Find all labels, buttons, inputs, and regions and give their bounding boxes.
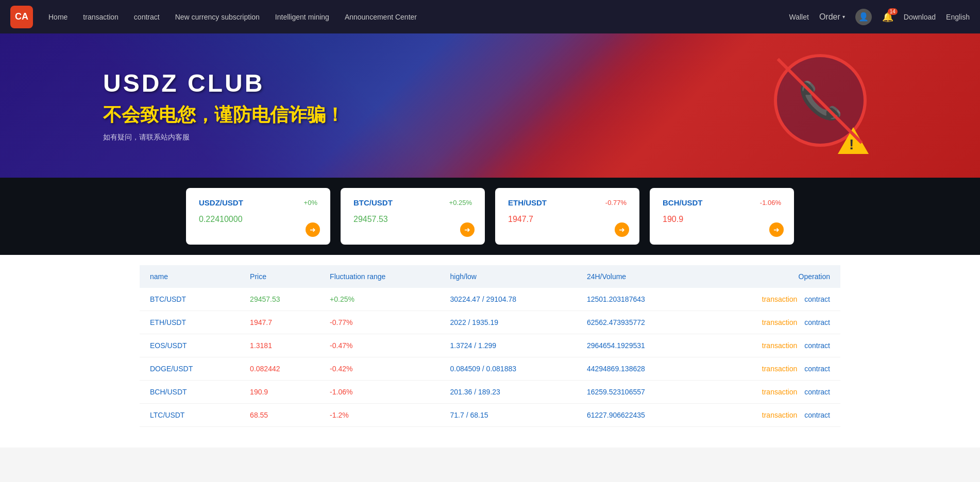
cell-volume: 2964654.1929531 bbox=[577, 334, 701, 357]
ticker-cards: USDZ/USDT +0% 0.22410000 ➜ BTC/USDT +0.2… bbox=[129, 188, 851, 245]
table-row: LTC/USDT 68.55 -1.2% 71.7 / 68.15 61227.… bbox=[140, 404, 840, 427]
cell-pair: DOGE/USDT bbox=[140, 357, 240, 381]
market-data-table: name Price Fluctuation range high/low 24… bbox=[140, 265, 840, 427]
ticker-change: -0.77% bbox=[605, 199, 627, 206]
ticker-card-1: BTC/USDT +0.25% 29457.53 ➜ bbox=[341, 188, 485, 245]
nav-contract[interactable]: contract bbox=[134, 13, 160, 21]
transaction-link[interactable]: transaction bbox=[762, 388, 797, 396]
banner-text: USDZ CLUB 不会致电您，谨防电信诈骗！ 如有疑问，请联系站内客服 bbox=[103, 69, 344, 142]
table-row: ETH/USDT 1947.7 -0.77% 2022 / 1935.19 62… bbox=[140, 311, 840, 334]
contract-link[interactable]: contract bbox=[804, 295, 830, 303]
col-operation: Operation bbox=[701, 265, 840, 288]
ticker-card-3: BCH/USDT -1.06% 190.9 ➜ bbox=[650, 188, 794, 245]
market-section: name Price Fluctuation range high/low 24… bbox=[0, 255, 980, 447]
cell-volume: 16259.523106557 bbox=[577, 381, 701, 404]
cell-volume: 12501.203187643 bbox=[577, 288, 701, 311]
ticker-change: +0.25% bbox=[449, 199, 472, 206]
cell-price: 29457.53 bbox=[240, 288, 319, 311]
warning-icon bbox=[838, 127, 869, 154]
cell-highlow: 30224.47 / 29104.78 bbox=[440, 288, 577, 311]
ticker-section: USDZ/USDT +0% 0.22410000 ➜ BTC/USDT +0.2… bbox=[0, 178, 980, 255]
contract-link[interactable]: contract bbox=[804, 318, 830, 326]
contract-link[interactable]: contract bbox=[804, 411, 830, 419]
ticker-pair: USDZ/USDT bbox=[199, 198, 243, 207]
cell-price: 190.9 bbox=[240, 381, 319, 404]
ticker-arrow-button[interactable]: ➜ bbox=[460, 222, 475, 237]
cell-highlow: 2022 / 1935.19 bbox=[440, 311, 577, 334]
download-link[interactable]: Download bbox=[904, 13, 936, 21]
ticker-card-header: USDZ/USDT +0% bbox=[199, 198, 317, 207]
nav-intelligent-mining[interactable]: Intelligent mining bbox=[275, 13, 329, 21]
ticker-price: 29457.53 bbox=[353, 215, 472, 224]
transaction-link[interactable]: transaction bbox=[762, 295, 797, 303]
no-phone-icon: 📞 bbox=[774, 54, 867, 147]
language-selector[interactable]: English bbox=[946, 13, 970, 21]
col-fluctuation: Fluctuation range bbox=[319, 265, 440, 288]
banner-description: 如有疑问，请联系站内客服 bbox=[103, 133, 344, 142]
banner-title: USDZ CLUB bbox=[103, 69, 344, 97]
ticker-pair: BTC/USDT bbox=[353, 198, 393, 207]
cell-change: -1.2% bbox=[319, 404, 440, 427]
ticker-arrow-button[interactable]: ➜ bbox=[306, 222, 320, 237]
ticker-arrow-button[interactable]: ➜ bbox=[615, 222, 629, 237]
notification-badge: 14 bbox=[888, 8, 898, 15]
table-row: DOGE/USDT 0.082442 -0.42% 0.084509 / 0.0… bbox=[140, 357, 840, 381]
ticker-price: 0.22410000 bbox=[199, 215, 317, 224]
notification-button[interactable]: 🔔 14 bbox=[882, 11, 893, 23]
cell-highlow: 201.36 / 189.23 bbox=[440, 381, 577, 404]
cell-operations: transaction contract bbox=[701, 404, 840, 427]
navbar: CA Home transaction contract New currenc… bbox=[0, 0, 980, 33]
cell-pair: EOS/USDT bbox=[140, 334, 240, 357]
transaction-link[interactable]: transaction bbox=[762, 365, 797, 373]
cell-operations: transaction contract bbox=[701, 334, 840, 357]
cell-pair: LTC/USDT bbox=[140, 404, 240, 427]
cell-operations: transaction contract bbox=[701, 288, 840, 311]
ticker-card-header: ETH/USDT -0.77% bbox=[508, 198, 627, 207]
contract-link[interactable]: contract bbox=[804, 341, 830, 350]
ticker-arrow-button[interactable]: ➜ bbox=[769, 222, 784, 237]
cell-operations: transaction contract bbox=[701, 381, 840, 404]
nav-new-currency[interactable]: New currency subscription bbox=[175, 13, 260, 21]
banner-image: 📞 bbox=[774, 54, 877, 157]
cell-change: -0.77% bbox=[319, 311, 440, 334]
wallet-link[interactable]: Wallet bbox=[789, 13, 809, 21]
market-table: name Price Fluctuation range high/low 24… bbox=[129, 265, 851, 427]
contract-link[interactable]: contract bbox=[804, 388, 830, 396]
col-price: Price bbox=[240, 265, 319, 288]
nav-home[interactable]: Home bbox=[48, 13, 67, 21]
order-dropdown[interactable]: Order ▾ bbox=[819, 12, 845, 22]
ticker-card-0: USDZ/USDT +0% 0.22410000 ➜ bbox=[186, 188, 330, 245]
ticker-price: 190.9 bbox=[663, 215, 781, 224]
logo[interactable]: CA bbox=[10, 6, 33, 28]
table-body: BTC/USDT 29457.53 +0.25% 30224.47 / 2910… bbox=[140, 288, 840, 427]
cell-volume: 61227.906622435 bbox=[577, 404, 701, 427]
nav-transaction[interactable]: transaction bbox=[83, 13, 118, 21]
cell-price: 1.3181 bbox=[240, 334, 319, 357]
cell-operations: transaction contract bbox=[701, 357, 840, 381]
col-volume: 24H/Volume bbox=[577, 265, 701, 288]
user-avatar[interactable]: 👤 bbox=[855, 9, 872, 25]
cell-change: +0.25% bbox=[319, 288, 440, 311]
cell-price: 68.55 bbox=[240, 404, 319, 427]
banner-diagonal bbox=[392, 33, 980, 178]
navbar-right: Wallet Order ▾ 👤 🔔 14 Download English bbox=[789, 9, 970, 25]
cell-price: 1947.7 bbox=[240, 311, 319, 334]
cell-change: -0.42% bbox=[319, 357, 440, 381]
ticker-card-2: ETH/USDT -0.77% 1947.7 ➜ bbox=[495, 188, 639, 245]
nav-announcement[interactable]: Announcement Center bbox=[345, 13, 417, 21]
cell-volume: 44294869.138628 bbox=[577, 357, 701, 381]
banner: USDZ CLUB 不会致电您，谨防电信诈骗！ 如有疑问，请联系站内客服 📞 bbox=[0, 33, 980, 178]
transaction-link[interactable]: transaction bbox=[762, 341, 797, 350]
ticker-change: +0% bbox=[304, 199, 317, 206]
cell-change: -0.47% bbox=[319, 334, 440, 357]
cell-price: 0.082442 bbox=[240, 357, 319, 381]
cell-pair: BCH/USDT bbox=[140, 381, 240, 404]
contract-link[interactable]: contract bbox=[804, 365, 830, 373]
cell-volume: 62562.473935772 bbox=[577, 311, 701, 334]
col-highlow: high/low bbox=[440, 265, 577, 288]
transaction-link[interactable]: transaction bbox=[762, 411, 797, 419]
col-name: name bbox=[140, 265, 240, 288]
ticker-pair: ETH/USDT bbox=[508, 198, 547, 207]
transaction-link[interactable]: transaction bbox=[762, 318, 797, 326]
cell-operations: transaction contract bbox=[701, 311, 840, 334]
